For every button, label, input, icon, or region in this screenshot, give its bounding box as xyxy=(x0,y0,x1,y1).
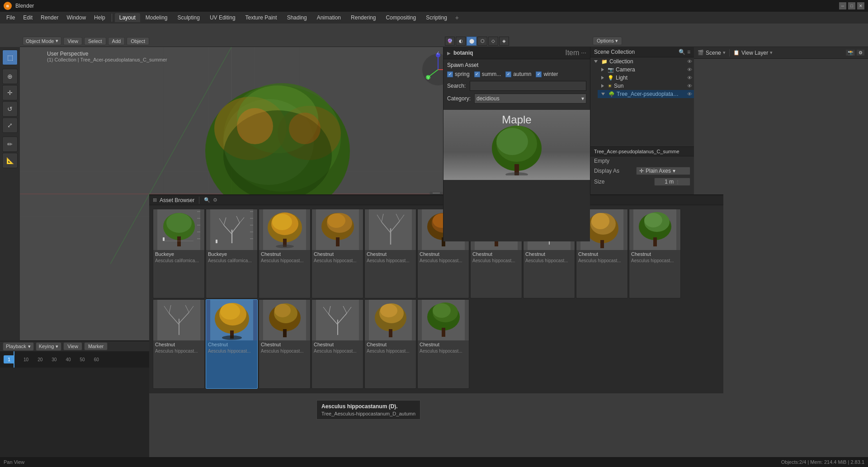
asset-browser-header: ⊞ Asset Browser 🔍 ⚙ xyxy=(149,195,723,205)
workspace-modeling[interactable]: Modeling xyxy=(141,13,172,22)
asset-chestnut-11[interactable]: Chestnut Aesculus hippocast... xyxy=(311,299,363,389)
outliner-header: Scene Collection 🔍 ≡ xyxy=(590,47,694,57)
menu-window[interactable]: Window xyxy=(63,14,90,22)
maximize-button[interactable]: □ xyxy=(848,2,855,9)
workspace-texture-paint[interactable]: Texture Paint xyxy=(241,13,282,22)
outliner-scene-collection[interactable]: 📁 Collection 👁 xyxy=(590,57,694,66)
view-layer-icon[interactable]: 📋 xyxy=(733,50,740,56)
viewport-overlay-toolbar: 🔮 ◐ ⬤ ⬡ ◇ ◈ xyxy=(443,35,590,47)
display-as-row: Display As ✛ Plain Axes ▾ xyxy=(590,165,694,176)
wireframe-mode-icon[interactable]: ⬡ xyxy=(477,37,487,46)
spring-checkbox[interactable]: ✓ spring xyxy=(447,71,470,77)
workspace-layout[interactable]: Layout xyxy=(115,13,140,22)
svg-point-21 xyxy=(237,108,273,144)
timeline-marker-button[interactable]: Marker xyxy=(84,342,108,350)
asset-chestnut-2[interactable]: Chestnut Aesculus hippocast... xyxy=(311,209,363,298)
asset-chestnut-8[interactable]: Chestnut Aesculus hippocast... xyxy=(629,209,681,298)
outliner-sun[interactable]: ☀ Sun 👁 xyxy=(598,82,694,90)
menu-help[interactable]: Help xyxy=(90,14,109,22)
minimize-button[interactable]: ─ xyxy=(839,2,846,9)
properties-header: Tree_Acer-pseudoplatanus_C_summe xyxy=(590,147,694,156)
status-info: Objects:2/4 | Mem: 214.4 MiB | 2.83.1 xyxy=(781,459,864,465)
move-tool-button[interactable]: ✛ xyxy=(2,85,18,100)
asset-tooltip: Aesculus hippocastanum (D). Tree_Aesculu… xyxy=(316,400,420,420)
menu-file[interactable]: File xyxy=(3,14,19,22)
summer-checkbox[interactable]: ✓ summ... xyxy=(474,71,501,77)
svg-rect-148 xyxy=(442,328,445,337)
workspace-rendering[interactable]: Rendering xyxy=(346,13,380,22)
scene-icon[interactable]: 🎬 xyxy=(698,50,704,56)
panel-menu-icon[interactable]: ··· xyxy=(581,49,586,57)
rendered-mode-icon[interactable]: ◇ xyxy=(488,37,498,46)
viewport-shading-icon[interactable]: ◐ xyxy=(456,37,466,46)
close-button[interactable]: ✕ xyxy=(857,2,864,9)
search-input[interactable] xyxy=(470,81,586,91)
svg-point-22 xyxy=(289,113,321,144)
asset-buckeye-winter[interactable]: Buckeye Aesculus californica... xyxy=(206,209,258,298)
menubar: File Edit Render Window Help Layout Mode… xyxy=(0,12,868,24)
view-button[interactable]: View xyxy=(63,37,82,45)
svg-point-39 xyxy=(505,172,528,175)
autumn-checkbox[interactable]: ✓ autumn xyxy=(505,71,531,77)
svg-point-68 xyxy=(272,214,292,230)
asset-chestnut-10[interactable]: Chestnut Aesculus hippocast... xyxy=(259,299,311,389)
current-frame[interactable]: 1 xyxy=(4,355,14,363)
asset-filter-icon[interactable]: 🔍 xyxy=(204,197,210,203)
object-mode-dropdown[interactable]: Object Mode ▾ xyxy=(23,37,61,45)
options-button[interactable]: Options ▾ xyxy=(593,37,622,45)
outliner-camera[interactable]: 📷 Camera 👁 xyxy=(598,66,694,74)
playback-dropdown[interactable]: Playback ▾ xyxy=(3,342,34,351)
asset-chestnut-3[interactable]: Chestnut Aesculus hippocast... xyxy=(364,209,416,298)
filter-btn[interactable]: ⚙ xyxy=(857,50,864,56)
winter-checkbox[interactable]: ✓ winter xyxy=(536,71,558,77)
asset-chestnut-13[interactable]: Chestnut Aesculus hippocast... xyxy=(417,299,469,389)
timeline-cursor[interactable] xyxy=(14,351,14,368)
svg-rect-64 xyxy=(216,240,217,243)
measure-tool-button[interactable]: 📐 xyxy=(2,153,18,168)
add-button[interactable]: Add xyxy=(108,37,125,45)
search-row: Search: xyxy=(447,81,586,91)
svg-point-110 xyxy=(644,213,662,227)
botaniq-title: botaniq xyxy=(453,50,473,56)
menu-render[interactable]: Render xyxy=(37,14,62,22)
workspace-compositing[interactable]: Compositing xyxy=(381,13,420,22)
workspace-shading[interactable]: Shading xyxy=(283,13,311,22)
scale-tool-button[interactable]: ⤢ xyxy=(2,118,18,133)
category-dropdown[interactable]: decidious ▾ xyxy=(474,94,586,104)
workspace-sculpting[interactable]: Sculpting xyxy=(173,13,204,22)
material-preview-icon[interactable]: 🔮 xyxy=(445,37,455,46)
asset-sort-icon[interactable]: ⚙ xyxy=(213,197,217,203)
select-button[interactable]: Select xyxy=(84,37,106,45)
cursor-tool-button[interactable]: ⊕ xyxy=(2,69,18,84)
object-button[interactable]: Object xyxy=(127,37,149,45)
workspace-scripting[interactable]: Scripting xyxy=(421,13,452,22)
annotate-tool-button[interactable]: ✏ xyxy=(2,137,18,152)
timeline-view-button[interactable]: View xyxy=(63,342,82,350)
solid-mode-icon[interactable]: ⬤ xyxy=(467,37,476,46)
render-props-icon[interactable]: 📸 xyxy=(846,50,855,56)
rotate-tool-button[interactable]: ↺ xyxy=(2,101,18,117)
outliner-light[interactable]: 💡 Light 👁 xyxy=(598,74,694,82)
add-workspace-button[interactable]: + xyxy=(453,13,462,22)
filter-icon[interactable]: 🔍 xyxy=(679,49,685,55)
asset-chestnut-12[interactable]: Chestnut Aesculus hippocast... xyxy=(364,299,416,389)
outliner-options-icon[interactable]: ≡ xyxy=(687,49,690,55)
menu-edit[interactable]: Edit xyxy=(19,14,36,22)
asset-chestnut-9[interactable]: Chestnut Aesculus hippocast... xyxy=(153,299,205,389)
resize-handle[interactable] xyxy=(429,192,443,194)
display-as-dropdown[interactable]: ✛ Plain Axes ▾ xyxy=(636,167,690,175)
asset-browser-menu-icon[interactable]: ⊞ xyxy=(153,197,157,203)
ruler-mark-10: 10 xyxy=(24,357,28,362)
asset-chestnut-selected[interactable]: Chestnut Aesculus hippocast... xyxy=(206,299,258,389)
keying-dropdown[interactable]: Keying ▾ xyxy=(36,342,62,351)
empty-row: Empty xyxy=(590,156,694,165)
workspace-uv-editing[interactable]: UV Editing xyxy=(205,13,240,22)
material-mode-icon[interactable]: ◈ xyxy=(499,37,509,46)
asset-buckeye-summer[interactable]: Buckeye Aesculus californica... xyxy=(153,209,205,298)
ruler-mark-20: 20 xyxy=(38,357,42,362)
asset-chestnut-1[interactable]: Chestnut Aesculus hippocast... xyxy=(259,209,311,298)
select-tool-button[interactable]: ⬚ xyxy=(2,50,18,65)
size-input[interactable]: 1 m ⋮ xyxy=(654,178,690,186)
outliner-tree[interactable]: 🌳 Tree_Acer-pseudoplatanus_C... 👁 xyxy=(598,90,694,98)
workspace-animation[interactable]: Animation xyxy=(312,13,345,22)
